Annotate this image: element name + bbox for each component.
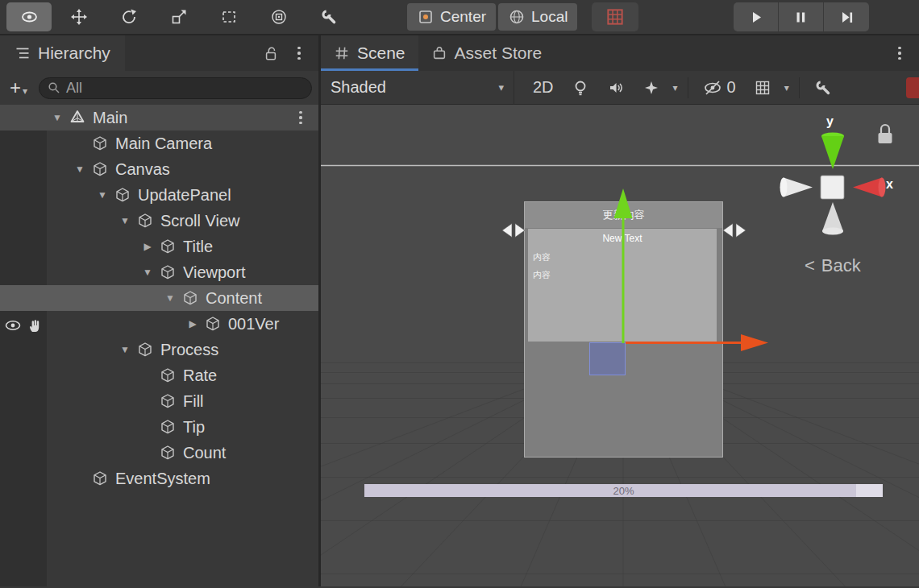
gameobject-cube-icon [160, 419, 176, 435]
expand-toggle[interactable]: ▼ [160, 292, 181, 304]
hierarchy-tab[interactable]: Hierarchy [0, 35, 125, 71]
effects-dropdown-caret[interactable]: ▾ [669, 82, 682, 93]
update-panel-object: 更新内容 New Text 内容 内容 [524, 201, 723, 458]
hierarchy-item-count[interactable]: Count [0, 440, 318, 466]
back-button[interactable]: < Back [805, 255, 861, 276]
hierarchy-item-updatepanel[interactable]: ▼ UpdatePanel [0, 182, 318, 208]
expand-toggle[interactable]: ▼ [114, 344, 135, 355]
scene-camera-settings-button[interactable] [805, 71, 841, 105]
item-label: Process [160, 341, 218, 359]
visibility-eye-icon[interactable] [4, 317, 22, 333]
step-button[interactable] [824, 2, 869, 31]
chevron-down-icon: ▾ [498, 81, 504, 93]
item-label: EventSystem [115, 470, 210, 488]
hierarchy-item-title[interactable]: ▶ Title [0, 234, 318, 259]
shopping-bag-icon [431, 45, 447, 61]
hierarchy-item-main-camera[interactable]: Main Camera [0, 130, 318, 156]
gameobject-cube-icon [137, 342, 153, 358]
item-label: Main [93, 109, 127, 127]
expand-toggle[interactable]: ▶ [182, 318, 203, 329]
item-label: Viewport [183, 263, 245, 282]
item-label: Main Camera [115, 135, 212, 153]
globe-icon [508, 8, 526, 26]
content-line: 内容 [533, 269, 551, 281]
grid-snap-button[interactable] [592, 2, 638, 31]
plus-icon: + [10, 79, 21, 97]
hierarchy-item-canvas[interactable]: ▼ Canvas [0, 156, 318, 182]
expand-toggle[interactable]: ▼ [92, 189, 113, 201]
expand-toggle[interactable]: ▶ [137, 241, 158, 252]
scene-audio-button[interactable] [598, 71, 634, 105]
draw-mode-value: Shaded [331, 78, 386, 97]
scene-tab-bar: Scene Asset Store [321, 35, 919, 71]
item-label: Count [183, 444, 226, 462]
move-tool-button[interactable] [56, 2, 102, 31]
expand-toggle[interactable]: ▼ [137, 267, 158, 278]
draw-mode-dropdown[interactable]: Shaded ▾ [321, 71, 514, 105]
hierarchy-item-eventsystem[interactable]: EventSystem [0, 466, 318, 491]
hierarchy-item-tip[interactable]: Tip [0, 414, 318, 440]
hierarchy-panel: Hierarchy + ▾ All ▼ Main [0, 35, 318, 586]
row-visibility-controls [0, 315, 47, 336]
pause-icon [792, 8, 810, 27]
chevron-down-icon: ▾ [23, 85, 27, 97]
view-tool-button[interactable] [6, 2, 52, 31]
hierarchy-menu-button[interactable] [294, 47, 304, 60]
hierarchy-item-main[interactable]: ▼ Main [0, 105, 318, 130]
item-label: Rate [183, 366, 217, 385]
hierarchy-item-fill[interactable]: Fill [0, 388, 318, 414]
orientation-toggle-button[interactable]: Local [498, 3, 577, 31]
pause-button[interactable] [779, 2, 824, 31]
pickability-hand-icon[interactable] [27, 317, 43, 333]
scene-panel-menu-button[interactable] [895, 47, 904, 60]
hierarchy-item-scroll-view[interactable]: ▼ Scroll View [0, 208, 318, 234]
gameobject-cube-icon [160, 367, 176, 383]
hierarchy-search-input[interactable]: All [39, 77, 312, 99]
hierarchy-item-content[interactable]: ▼ Content [0, 285, 318, 311]
scale-tool-button[interactable] [156, 2, 202, 31]
step-icon [838, 8, 856, 27]
expand-toggle[interactable]: ▼ [47, 112, 68, 123]
expand-toggle[interactable]: ▼ [114, 215, 135, 226]
toolbar-separator [799, 77, 800, 98]
gameobject-cube-icon [137, 213, 153, 229]
grid-snap-icon [605, 6, 626, 27]
hierarchy-item-001ver[interactable]: ▶ 001Ver [0, 311, 318, 337]
scene-options-button[interactable] [296, 111, 306, 124]
hierarchy-tree: ▼ Main Main Camera ▼ Canvas ▼ UpdatePane… [0, 105, 318, 586]
pivot-toggle-button[interactable]: Center [407, 3, 496, 31]
scene-lighting-button[interactable] [563, 71, 598, 105]
lock-icon[interactable] [264, 46, 278, 61]
move-icon [70, 8, 88, 26]
2d-toggle-button[interactable]: 2D [524, 71, 563, 105]
search-value: All [66, 80, 82, 97]
transform-tool-button[interactable] [256, 2, 301, 31]
hierarchy-toolbar: + ▾ All [0, 71, 318, 105]
scene-panel: Scene Asset Store Shaded ▾ 2D [321, 35, 919, 586]
scene-effects-button[interactable] [634, 71, 669, 105]
create-object-button[interactable]: + ▾ [6, 79, 31, 97]
transform-tool-icon [270, 8, 288, 26]
rect-tool-button[interactable] [206, 2, 252, 31]
scene-viewport[interactable]: 更新内容 New Text 内容 内容 [321, 105, 919, 586]
expand-toggle[interactable]: ▼ [69, 164, 90, 175]
scene-tab[interactable]: Scene [321, 35, 418, 71]
selected-rect-highlight [589, 342, 626, 375]
asset-store-tab[interactable]: Asset Store [418, 35, 555, 71]
asset-store-tab-label: Asset Store [455, 43, 543, 63]
orientation-label: Local [531, 8, 568, 26]
rotate-tool-button[interactable] [106, 2, 152, 31]
hierarchy-item-viewport[interactable]: ▼ Viewport [0, 259, 318, 285]
gameobject-cube-icon [92, 135, 108, 151]
gizmos-swatch-button[interactable] [906, 77, 919, 98]
grid-dropdown-caret[interactable]: ▾ [780, 82, 793, 93]
scene-grid-visibility-button[interactable] [745, 71, 780, 105]
hierarchy-item-process[interactable]: ▼ Process [0, 337, 318, 362]
custom-tool-button[interactable] [306, 2, 351, 31]
play-button[interactable] [734, 2, 779, 31]
hierarchy-item-rate[interactable]: Rate [0, 362, 318, 388]
x-axis-label: x [886, 177, 893, 192]
scene-visibility-button[interactable]: 0 [694, 71, 745, 105]
scale-icon [170, 8, 188, 26]
panel-title: 更新内容 [525, 202, 722, 228]
